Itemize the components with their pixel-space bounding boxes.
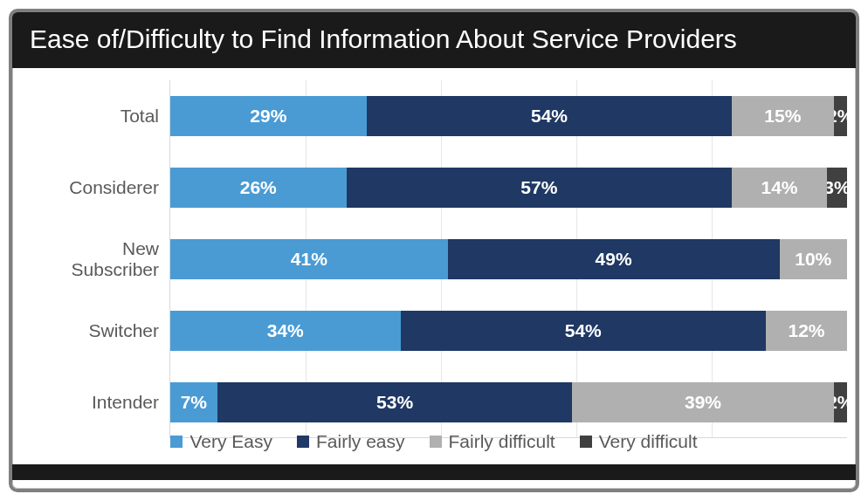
legend-swatch: [430, 436, 442, 448]
legend-label: Very difficult: [599, 431, 698, 452]
legend-item: Fairly difficult: [430, 431, 555, 452]
bar-segment: 14%: [732, 168, 827, 208]
bar-segment: 15%: [732, 96, 833, 136]
legend: Very EasyFairly easyFairly difficultVery…: [12, 431, 856, 480]
y-axis-label: Considerer: [19, 177, 159, 198]
bar-segment: 10%: [780, 239, 848, 279]
bar-segment: 54%: [401, 311, 767, 351]
bar-segment: 29%: [170, 96, 367, 136]
legend-swatch: [297, 436, 309, 448]
y-axis-labels: TotalConsidererNewSubscriberSwitcherInte…: [12, 80, 169, 438]
bar-row: 41%49%10%: [170, 239, 847, 279]
bar-segment: 54%: [367, 96, 733, 136]
bar-segment: 41%: [170, 239, 448, 279]
y-axis-label: Switcher: [19, 320, 159, 341]
bar-segment: 57%: [347, 168, 733, 208]
legend-item: Very Easy: [170, 431, 272, 452]
bar-segment: 3%: [827, 168, 847, 208]
bar-segment: 2%: [834, 382, 847, 422]
y-axis-label: NewSubscriber: [19, 238, 159, 280]
legend-swatch: [170, 436, 183, 448]
bar-segment: 2%: [834, 96, 848, 136]
bar-row: 29%54%15%2%: [170, 96, 847, 136]
legend-swatch: [580, 436, 592, 448]
y-axis-label: Intender: [19, 392, 159, 413]
bars-container: 29%54%15%2%26%57%14%3%41%49%10%34%54%12%…: [169, 80, 847, 438]
bar-segment: 49%: [448, 239, 780, 279]
legend-label: Very Easy: [189, 431, 272, 452]
bar-segment: 26%: [170, 168, 347, 208]
bar-segment: 12%: [766, 311, 847, 351]
y-axis-label: Total: [19, 106, 159, 127]
bar-segment: 34%: [170, 311, 401, 351]
bar-row: 7%53%39%2%: [170, 382, 847, 422]
legend-item: Very difficult: [580, 431, 698, 452]
bar-row: 26%57%14%3%: [170, 168, 847, 208]
chart-frame: Ease of/Difficulty to Find Information A…: [9, 9, 859, 492]
legend-label: Fairly easy: [316, 431, 405, 452]
bar-segment: 7%: [170, 382, 217, 422]
plot-area: TotalConsidererNewSubscriberSwitcherInte…: [12, 80, 856, 438]
legend-label: Fairly difficult: [449, 431, 555, 452]
bar-segment: 53%: [217, 382, 573, 422]
bar-row: 34%54%12%: [170, 311, 847, 351]
legend-item: Fairly easy: [297, 431, 405, 452]
chart-title: Ease of/Difficulty to Find Information A…: [12, 12, 856, 68]
bar-segment: 39%: [572, 382, 833, 422]
